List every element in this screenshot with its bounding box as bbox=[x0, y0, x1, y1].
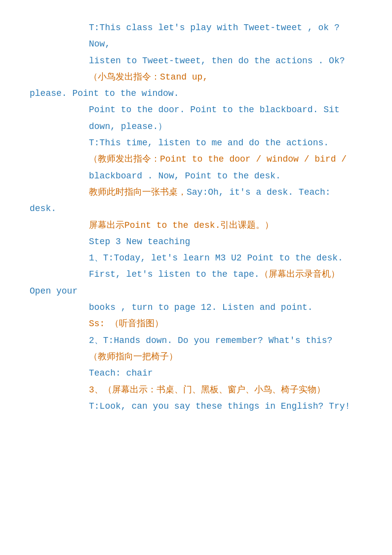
text-line: 1、T:Today, let's learn M3 U2 Point to th… bbox=[30, 250, 362, 266]
text-line: （教师发出指令：Point to the door / window / bir… bbox=[30, 151, 362, 168]
text-line: Point to the door. Point to the blackboa… bbox=[30, 102, 362, 118]
text-line: T:This time, listen to me and do the act… bbox=[30, 135, 362, 151]
text-line: T:Look, can you say these things in Engl… bbox=[30, 398, 362, 415]
text-line: 教师此时指向一张书桌，Say:Oh, it's a desk. Teach: bbox=[30, 184, 362, 201]
text-line: down, please.） bbox=[30, 119, 362, 135]
text-line: First, let's listen to the tape.（屏幕出示录音机… bbox=[30, 266, 362, 283]
text-line: 屏幕出示Point to the desk.引出课题。） bbox=[30, 217, 362, 234]
text-line: 2、T:Hands down. Do you remember? What's … bbox=[30, 333, 362, 349]
text-line: Step 3 New teaching bbox=[30, 234, 362, 250]
text-line: （小鸟发出指令：Stand up, bbox=[30, 69, 362, 85]
main-content: T:This class let's play with Tweet-tweet… bbox=[30, 20, 362, 415]
text-line: please. Point to the window. bbox=[30, 85, 362, 102]
text-line: Ss: （听音指图） bbox=[30, 316, 362, 332]
text-line: （教师指向一把椅子） bbox=[30, 349, 362, 365]
text-line: Open your bbox=[30, 283, 362, 299]
text-line: desk. bbox=[30, 201, 362, 217]
text-line: T:This class let's play with Tweet-tweet… bbox=[30, 20, 362, 53]
text-line: listen to Tweet-tweet, then do the actio… bbox=[30, 53, 362, 69]
text-line: Teach: chair bbox=[30, 365, 362, 382]
text-line: blackboard . Now, Point to the desk. bbox=[30, 168, 362, 184]
text-line: books , turn to page 12. Listen and poin… bbox=[30, 299, 362, 316]
text-line: 3、（屏幕出示：书桌、门、黑板、窗户、小鸟、椅子实物） bbox=[30, 382, 362, 398]
